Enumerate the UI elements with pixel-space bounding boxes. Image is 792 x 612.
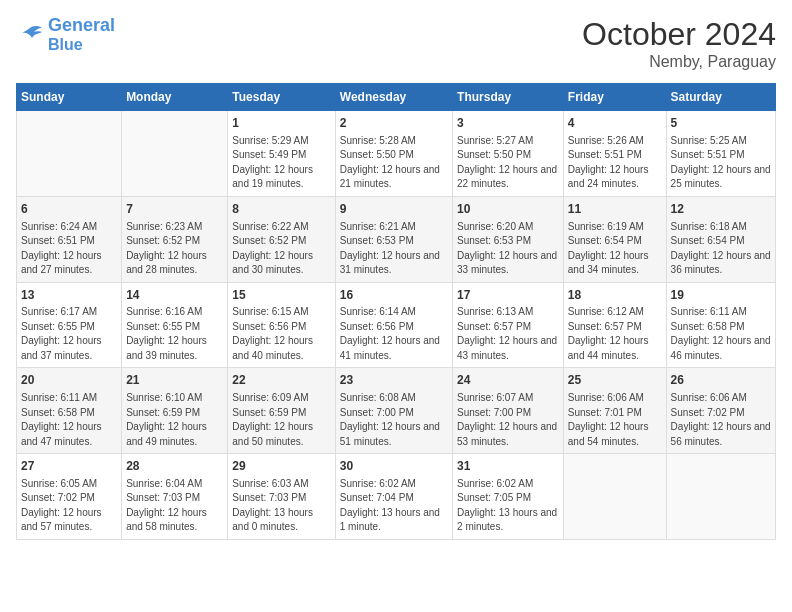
calendar-cell: 17Sunrise: 6:13 AM Sunset: 6:57 PM Dayli… (453, 282, 564, 368)
day-info: Sunrise: 5:29 AM Sunset: 5:49 PM Dayligh… (232, 134, 330, 192)
calendar-cell (666, 454, 775, 540)
day-number: 13 (21, 287, 117, 304)
day-info: Sunrise: 5:28 AM Sunset: 5:50 PM Dayligh… (340, 134, 448, 192)
calendar-cell: 22Sunrise: 6:09 AM Sunset: 6:59 PM Dayli… (228, 368, 335, 454)
calendar-cell: 29Sunrise: 6:03 AM Sunset: 7:03 PM Dayli… (228, 454, 335, 540)
day-info: Sunrise: 6:14 AM Sunset: 6:56 PM Dayligh… (340, 305, 448, 363)
day-info: Sunrise: 6:21 AM Sunset: 6:53 PM Dayligh… (340, 220, 448, 278)
day-number: 1 (232, 115, 330, 132)
weekday-header-row: SundayMondayTuesdayWednesdayThursdayFrid… (17, 84, 776, 111)
logo-bird-icon (16, 24, 44, 46)
calendar-cell: 30Sunrise: 6:02 AM Sunset: 7:04 PM Dayli… (335, 454, 452, 540)
calendar-cell (17, 111, 122, 197)
day-info: Sunrise: 6:06 AM Sunset: 7:02 PM Dayligh… (671, 391, 771, 449)
calendar-cell (563, 454, 666, 540)
day-info: Sunrise: 6:05 AM Sunset: 7:02 PM Dayligh… (21, 477, 117, 535)
day-number: 16 (340, 287, 448, 304)
day-number: 19 (671, 287, 771, 304)
day-info: Sunrise: 6:18 AM Sunset: 6:54 PM Dayligh… (671, 220, 771, 278)
day-info: Sunrise: 6:04 AM Sunset: 7:03 PM Dayligh… (126, 477, 223, 535)
day-number: 9 (340, 201, 448, 218)
day-number: 12 (671, 201, 771, 218)
calendar-week-row: 20Sunrise: 6:11 AM Sunset: 6:58 PM Dayli… (17, 368, 776, 454)
day-number: 4 (568, 115, 662, 132)
calendar-cell: 7Sunrise: 6:23 AM Sunset: 6:52 PM Daylig… (122, 196, 228, 282)
day-info: Sunrise: 6:13 AM Sunset: 6:57 PM Dayligh… (457, 305, 559, 363)
day-number: 26 (671, 372, 771, 389)
calendar-week-row: 1Sunrise: 5:29 AM Sunset: 5:49 PM Daylig… (17, 111, 776, 197)
calendar-cell (122, 111, 228, 197)
day-info: Sunrise: 6:20 AM Sunset: 6:53 PM Dayligh… (457, 220, 559, 278)
day-info: Sunrise: 5:26 AM Sunset: 5:51 PM Dayligh… (568, 134, 662, 192)
calendar-cell: 11Sunrise: 6:19 AM Sunset: 6:54 PM Dayli… (563, 196, 666, 282)
day-info: Sunrise: 6:12 AM Sunset: 6:57 PM Dayligh… (568, 305, 662, 363)
weekday-header-thursday: Thursday (453, 84, 564, 111)
day-info: Sunrise: 6:19 AM Sunset: 6:54 PM Dayligh… (568, 220, 662, 278)
calendar-week-row: 27Sunrise: 6:05 AM Sunset: 7:02 PM Dayli… (17, 454, 776, 540)
calendar-cell: 13Sunrise: 6:17 AM Sunset: 6:55 PM Dayli… (17, 282, 122, 368)
calendar-cell: 23Sunrise: 6:08 AM Sunset: 7:00 PM Dayli… (335, 368, 452, 454)
day-number: 11 (568, 201, 662, 218)
day-info: Sunrise: 6:15 AM Sunset: 6:56 PM Dayligh… (232, 305, 330, 363)
logo-text: General Blue (48, 16, 115, 53)
day-info: Sunrise: 5:27 AM Sunset: 5:50 PM Dayligh… (457, 134, 559, 192)
day-number: 27 (21, 458, 117, 475)
day-info: Sunrise: 6:11 AM Sunset: 6:58 PM Dayligh… (21, 391, 117, 449)
day-number: 18 (568, 287, 662, 304)
calendar-cell: 27Sunrise: 6:05 AM Sunset: 7:02 PM Dayli… (17, 454, 122, 540)
day-number: 14 (126, 287, 223, 304)
calendar-cell: 2Sunrise: 5:28 AM Sunset: 5:50 PM Daylig… (335, 111, 452, 197)
calendar-cell: 31Sunrise: 6:02 AM Sunset: 7:05 PM Dayli… (453, 454, 564, 540)
weekday-header-tuesday: Tuesday (228, 84, 335, 111)
day-number: 15 (232, 287, 330, 304)
calendar-cell: 26Sunrise: 6:06 AM Sunset: 7:02 PM Dayli… (666, 368, 775, 454)
day-number: 6 (21, 201, 117, 218)
day-number: 5 (671, 115, 771, 132)
day-info: Sunrise: 6:23 AM Sunset: 6:52 PM Dayligh… (126, 220, 223, 278)
calendar-cell: 12Sunrise: 6:18 AM Sunset: 6:54 PM Dayli… (666, 196, 775, 282)
calendar-cell: 16Sunrise: 6:14 AM Sunset: 6:56 PM Dayli… (335, 282, 452, 368)
day-info: Sunrise: 6:22 AM Sunset: 6:52 PM Dayligh… (232, 220, 330, 278)
day-number: 30 (340, 458, 448, 475)
day-info: Sunrise: 6:10 AM Sunset: 6:59 PM Dayligh… (126, 391, 223, 449)
day-number: 10 (457, 201, 559, 218)
day-info: Sunrise: 6:03 AM Sunset: 7:03 PM Dayligh… (232, 477, 330, 535)
calendar-cell: 15Sunrise: 6:15 AM Sunset: 6:56 PM Dayli… (228, 282, 335, 368)
day-number: 23 (340, 372, 448, 389)
calendar-cell: 10Sunrise: 6:20 AM Sunset: 6:53 PM Dayli… (453, 196, 564, 282)
day-number: 22 (232, 372, 330, 389)
weekday-header-sunday: Sunday (17, 84, 122, 111)
day-number: 2 (340, 115, 448, 132)
calendar-cell: 3Sunrise: 5:27 AM Sunset: 5:50 PM Daylig… (453, 111, 564, 197)
day-number: 20 (21, 372, 117, 389)
calendar-cell: 18Sunrise: 6:12 AM Sunset: 6:57 PM Dayli… (563, 282, 666, 368)
calendar-cell: 6Sunrise: 6:24 AM Sunset: 6:51 PM Daylig… (17, 196, 122, 282)
calendar-week-row: 13Sunrise: 6:17 AM Sunset: 6:55 PM Dayli… (17, 282, 776, 368)
day-number: 31 (457, 458, 559, 475)
day-info: Sunrise: 6:24 AM Sunset: 6:51 PM Dayligh… (21, 220, 117, 278)
calendar-cell: 4Sunrise: 5:26 AM Sunset: 5:51 PM Daylig… (563, 111, 666, 197)
day-info: Sunrise: 6:11 AM Sunset: 6:58 PM Dayligh… (671, 305, 771, 363)
weekday-header-wednesday: Wednesday (335, 84, 452, 111)
calendar-cell: 25Sunrise: 6:06 AM Sunset: 7:01 PM Dayli… (563, 368, 666, 454)
day-info: Sunrise: 6:16 AM Sunset: 6:55 PM Dayligh… (126, 305, 223, 363)
weekday-header-friday: Friday (563, 84, 666, 111)
calendar-cell: 21Sunrise: 6:10 AM Sunset: 6:59 PM Dayli… (122, 368, 228, 454)
day-info: Sunrise: 6:02 AM Sunset: 7:04 PM Dayligh… (340, 477, 448, 535)
day-number: 24 (457, 372, 559, 389)
calendar-cell: 20Sunrise: 6:11 AM Sunset: 6:58 PM Dayli… (17, 368, 122, 454)
title-block: October 2024 Nemby, Paraguay (582, 16, 776, 71)
day-info: Sunrise: 6:02 AM Sunset: 7:05 PM Dayligh… (457, 477, 559, 535)
weekday-header-saturday: Saturday (666, 84, 775, 111)
day-number: 17 (457, 287, 559, 304)
calendar-cell: 19Sunrise: 6:11 AM Sunset: 6:58 PM Dayli… (666, 282, 775, 368)
day-number: 3 (457, 115, 559, 132)
weekday-header-monday: Monday (122, 84, 228, 111)
day-number: 21 (126, 372, 223, 389)
day-number: 29 (232, 458, 330, 475)
calendar-cell: 8Sunrise: 6:22 AM Sunset: 6:52 PM Daylig… (228, 196, 335, 282)
day-number: 7 (126, 201, 223, 218)
calendar-cell: 14Sunrise: 6:16 AM Sunset: 6:55 PM Dayli… (122, 282, 228, 368)
day-info: Sunrise: 6:06 AM Sunset: 7:01 PM Dayligh… (568, 391, 662, 449)
day-info: Sunrise: 5:25 AM Sunset: 5:51 PM Dayligh… (671, 134, 771, 192)
